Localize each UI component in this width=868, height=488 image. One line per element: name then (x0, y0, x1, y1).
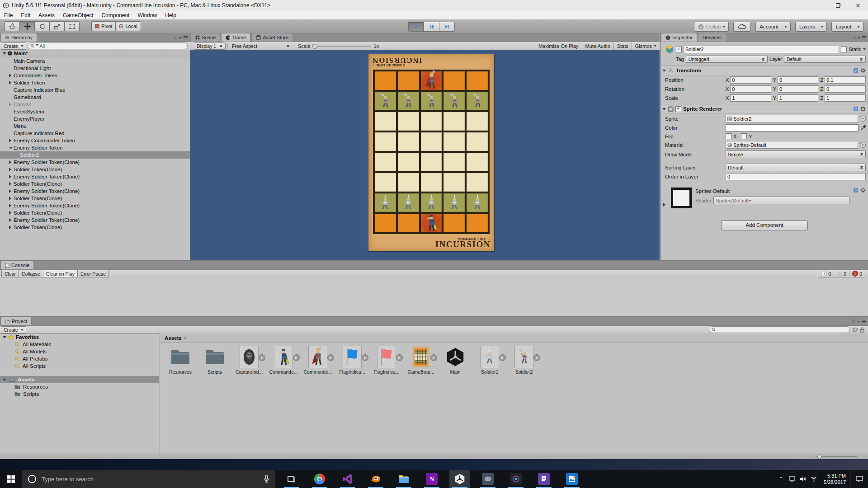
maximize-on-play-button[interactable]: Maximize On Play (535, 42, 582, 50)
taskbar-app-twitch[interactable] (533, 470, 554, 488)
board-cell[interactable] (421, 173, 442, 192)
folder-item[interactable]: Scripts (0, 390, 159, 398)
hierarchy-item[interactable]: Enemy Soldier Token(Clone) (0, 159, 190, 166)
flip-x-checkbox[interactable] (726, 133, 731, 139)
sorting-layer-dropdown[interactable]: Default (726, 164, 866, 171)
expander-icon[interactable] (8, 189, 14, 193)
hierarchy-item[interactable]: Menu (0, 122, 190, 130)
board-cell[interactable] (398, 193, 419, 212)
eyedropper-icon[interactable] (860, 125, 866, 131)
sprite-renderer-header[interactable]: ✓ Sprite Renderer ? (660, 104, 868, 114)
board-cell[interactable] (467, 132, 488, 151)
add-component-button[interactable]: Add Component (721, 221, 808, 230)
expander-icon[interactable] (8, 197, 14, 200)
hierarchy-item[interactable]: Enemy Commander Token (0, 137, 190, 144)
thumbnail-size-slider[interactable] (816, 455, 857, 458)
board-cell[interactable] (421, 112, 442, 131)
lock-icon[interactable]: ⚿ (852, 319, 855, 324)
rotate-tool-button[interactable] (34, 21, 49, 31)
restore-button[interactable] (828, 0, 848, 11)
scale-y-field[interactable]: 1 (778, 94, 818, 102)
rect-tool-button[interactable] (64, 21, 80, 31)
tab-scene[interactable]: Scene (191, 33, 220, 42)
hierarchy-item[interactable]: Commander Token (0, 72, 190, 79)
tab-hierarchy[interactable]: Hierarchy (0, 33, 37, 42)
menu-help[interactable]: Help (161, 11, 180, 19)
clear-button[interactable]: Clear (1, 270, 19, 277)
console-log-area[interactable] (0, 277, 868, 317)
hierarchy-item[interactable]: Gameboard (0, 94, 190, 101)
pause-button[interactable] (424, 22, 439, 32)
layers-dropdown[interactable]: Layers▾ (795, 22, 827, 32)
expander-icon[interactable] (8, 146, 14, 150)
board-cell[interactable] (421, 132, 442, 151)
position-y-field[interactable]: 0 (778, 76, 818, 84)
favorites-header[interactable]: Favorites (0, 333, 159, 341)
action-center-button[interactable] (850, 470, 868, 488)
scale-tool-button[interactable] (49, 21, 64, 31)
panel-menu-icon[interactable] (184, 36, 188, 39)
board-cell[interactable] (421, 214, 442, 232)
board-cell[interactable] (375, 173, 396, 192)
expander-icon[interactable] (2, 52, 7, 56)
tag-dropdown[interactable]: Untagged (686, 56, 768, 63)
expander-icon[interactable] (8, 160, 14, 164)
tab-game[interactable]: Game (221, 33, 250, 42)
board-cell[interactable] (375, 132, 396, 151)
search-by-type-icon[interactable] (860, 327, 864, 333)
object-picker-icon[interactable] (860, 116, 866, 122)
hierarchy-item[interactable]: Soldier Token(Clone) (0, 195, 190, 202)
board-cell[interactable] (443, 153, 465, 171)
draw-mode-dropdown[interactable]: Simple (726, 150, 866, 158)
asset-item-captureind-[interactable]: CaptureInd... (234, 346, 264, 375)
hierarchy-item[interactable]: Soldier Token(Clone) (0, 209, 190, 216)
asset-expand-icon[interactable] (396, 354, 403, 361)
menu-assets[interactable]: Assets (34, 11, 59, 19)
assets-root-item[interactable]: Assets (0, 376, 159, 383)
sprite-object-field[interactable]: Soldier2 (726, 115, 858, 122)
asset-item-flagindica-[interactable]: FlagIndica... (337, 346, 367, 375)
expander-icon[interactable] (8, 182, 14, 186)
gear-icon[interactable] (860, 68, 866, 73)
hierarchy-item[interactable]: Soldier2 (0, 151, 190, 159)
taskbar-app-discord[interactable] (477, 470, 498, 488)
board-cell[interactable] (398, 112, 419, 131)
help-book-icon[interactable]: ? (853, 68, 859, 73)
menu-edit[interactable]: Edit (17, 11, 34, 19)
scale-slider[interactable] (312, 44, 371, 48)
position-z-field[interactable]: 0.1 (825, 76, 866, 84)
board-cell[interactable] (375, 193, 396, 212)
rotation-x-field[interactable]: 0 (730, 85, 771, 93)
taskbar-app-file-explorer[interactable] (393, 470, 414, 488)
board-cell[interactable] (375, 153, 396, 171)
hierarchy-item[interactable]: Soldier Token(Clone) (0, 166, 190, 173)
board-cell[interactable] (398, 173, 419, 192)
taskbar-app-visual-studio[interactable] (337, 470, 358, 488)
board-cell[interactable] (375, 92, 396, 110)
asset-item-soldier2[interactable]: Soldier2 (509, 346, 539, 375)
expander-icon[interactable] (8, 81, 14, 84)
asset-item-commande-[interactable]: Commande... (303, 346, 333, 375)
expander-icon[interactable] (8, 103, 14, 106)
object-picker-icon[interactable] (860, 142, 866, 148)
transform-component-header[interactable]: Transform ? (660, 66, 868, 75)
board-cell[interactable] (398, 214, 419, 232)
taskbar-app-utorrent[interactable] (505, 470, 526, 488)
lock-icon[interactable]: ⚿ (174, 35, 177, 40)
board-cell[interactable] (421, 71, 442, 90)
error-pause-button[interactable]: Error Pause (77, 270, 109, 277)
board-cell[interactable] (398, 92, 419, 110)
asset-labels-icon[interactable] (853, 327, 859, 333)
expander-icon[interactable] (8, 211, 14, 215)
favorite-item[interactable]: All Scripts (0, 362, 159, 370)
hierarchy-item[interactable]: Canvas (0, 101, 190, 108)
component-enabled-checkbox[interactable]: ✓ (675, 106, 681, 112)
hierarchy-item[interactable]: Enemy Soldier Token (0, 144, 190, 151)
asset-item-resources[interactable]: Resources (165, 346, 195, 375)
static-checkbox[interactable] (841, 47, 847, 52)
help-book-icon[interactable]: ? (853, 106, 859, 112)
lock-icon[interactable]: ⚿ (853, 35, 856, 40)
favorite-item[interactable]: All Prefabs (0, 355, 159, 362)
hierarchy-item[interactable]: EnemyPlayer (0, 115, 190, 122)
board-cell[interactable] (467, 214, 488, 232)
